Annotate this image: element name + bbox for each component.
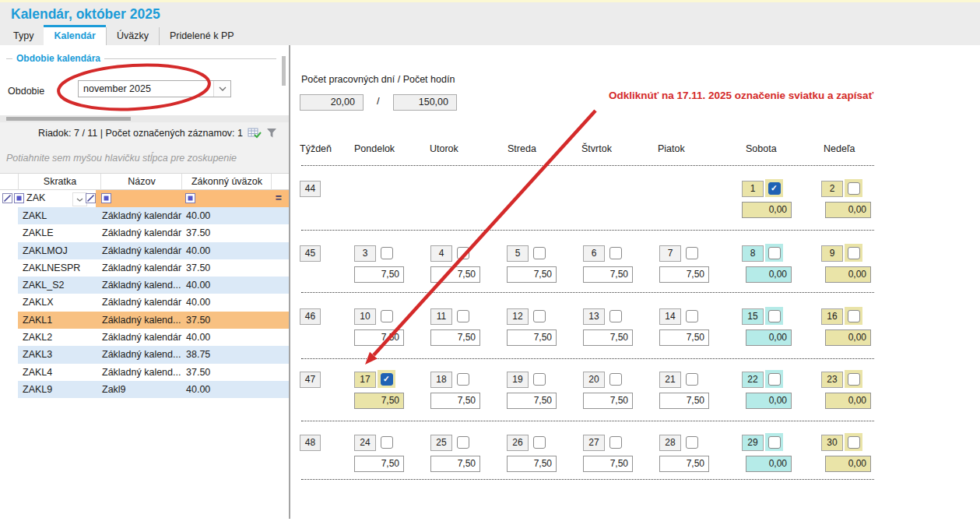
hours-input[interactable]: 7,50 <box>583 456 633 472</box>
day-number: 23 <box>821 372 843 388</box>
table-check-icon[interactable] <box>248 127 262 139</box>
holiday-checkbox[interactable] <box>606 370 624 388</box>
holiday-checkbox[interactable] <box>454 244 472 262</box>
hours-input[interactable]: 7,50 <box>659 329 709 346</box>
hours-input[interactable]: 7,50 <box>583 266 633 283</box>
hours-input[interactable]: 7,50 <box>583 393 633 409</box>
hours-input[interactable]: 7,50 <box>354 266 404 283</box>
hours-input[interactable]: 7,50 <box>507 456 557 472</box>
splitter-grip[interactable] <box>282 56 286 86</box>
column-header-nazov[interactable]: Názov <box>100 174 182 190</box>
tab-typy[interactable]: Typy <box>3 27 44 45</box>
table-row[interactable]: ZAKL4Základný kalend...37.50 <box>18 364 289 381</box>
holiday-checkbox[interactable] <box>845 370 862 388</box>
holiday-checkbox[interactable] <box>765 307 783 325</box>
cell-uvazok: 37.50 <box>186 364 210 381</box>
table-row[interactable]: ZAKLMOJZákladný kalendár40.00 <box>18 242 289 259</box>
tab-pridelen-k-pp[interactable]: Pridelené k PP <box>159 27 244 45</box>
hours-input[interactable]: 7,50 <box>430 266 480 283</box>
column-header-skratka[interactable]: Skratka <box>18 174 101 190</box>
holiday-checkbox[interactable] <box>765 370 783 388</box>
filter-checkbox-icon[interactable] <box>185 193 195 203</box>
holiday-checkbox[interactable] <box>845 433 862 451</box>
filter-value[interactable]: ZAK <box>26 192 45 203</box>
column-header-uvazok[interactable]: Zákonný úväzok <box>181 174 272 190</box>
hours-input[interactable]: 7,50 <box>583 329 633 346</box>
hours-input[interactable]: 0,00 <box>825 266 871 283</box>
hours-input[interactable]: 0,00 <box>746 266 792 283</box>
checkbox-unchecked-icon <box>381 436 393 449</box>
day-number: 5 <box>507 245 529 262</box>
holiday-checkbox[interactable] <box>530 307 548 325</box>
hours-input[interactable]: 7,50 <box>430 456 480 472</box>
hours-input[interactable]: 7,50 <box>507 393 557 409</box>
hours-input[interactable]: 7,50 <box>354 329 404 346</box>
holiday-checkbox[interactable] <box>765 244 783 262</box>
holiday-checkbox[interactable] <box>683 433 701 451</box>
table-row[interactable]: ZAKL9Zakl940.00 <box>18 381 289 398</box>
holiday-checkbox[interactable] <box>765 179 783 197</box>
hours-input[interactable]: 0,00 <box>825 393 871 409</box>
table-row[interactable]: ZAKLXZákladný kalendár40.00 <box>18 294 289 311</box>
table-row[interactable]: ZAKL_S2Základný kalend...40.00 <box>18 277 289 294</box>
filter-edit-icon[interactable] <box>86 193 96 203</box>
workdays-field[interactable]: 20,00 <box>300 94 364 111</box>
hours-input[interactable]: 0,00 <box>746 393 792 409</box>
holiday-checkbox[interactable] <box>845 179 862 197</box>
holiday-checkbox[interactable] <box>683 370 701 388</box>
combo-dropdown-button[interactable] <box>213 81 230 97</box>
holiday-checkbox[interactable] <box>378 433 395 451</box>
holiday-checkbox[interactable] <box>530 244 548 262</box>
checkbox-unchecked-icon <box>457 436 469 449</box>
hours-input[interactable]: 7,50 <box>430 393 480 409</box>
horizontal-splitter[interactable] <box>0 115 289 122</box>
hours-input[interactable]: 7,50 <box>354 456 404 472</box>
holiday-checkbox[interactable] <box>378 307 395 325</box>
holiday-checkbox[interactable] <box>530 370 548 388</box>
hours-input[interactable]: 7,50 <box>507 266 557 283</box>
holiday-checkbox[interactable] <box>454 433 472 451</box>
holiday-checkbox[interactable] <box>606 433 624 451</box>
holiday-checkbox[interactable] <box>765 433 783 451</box>
day-cell: 90,00 <box>821 245 930 284</box>
filter-checkbox-icon[interactable] <box>14 193 24 203</box>
day-cell: 20,00 <box>821 181 930 220</box>
table-row[interactable]: ZAKLEZákladný kalendár37.50 <box>18 224 289 241</box>
holiday-checkbox[interactable] <box>378 244 395 262</box>
tab--v-zky[interactable]: Úväzky <box>106 27 159 45</box>
hours-input[interactable]: 7,50 <box>354 393 404 409</box>
holiday-checkbox[interactable] <box>845 307 862 325</box>
table-row[interactable]: ZAKLNESPRZákladný kalendár37.50 <box>18 259 289 277</box>
table-row[interactable]: ZAKL1Základný kalend...37.50 <box>18 312 289 329</box>
filter-icon[interactable] <box>266 128 278 139</box>
holiday-checkbox[interactable] <box>530 433 548 451</box>
holiday-checkbox[interactable] <box>454 370 472 388</box>
hours-input[interactable]: 0,00 <box>825 202 871 218</box>
filter-edit-icon[interactable] <box>2 193 12 203</box>
holiday-checkbox[interactable] <box>683 307 701 325</box>
filter-checkbox-icon[interactable] <box>101 193 111 203</box>
hours-input[interactable]: 0,00 <box>746 456 792 472</box>
hours-input[interactable]: 7,50 <box>659 266 709 283</box>
hours-input[interactable]: 0,00 <box>746 329 792 346</box>
hours-input[interactable]: 0,00 <box>742 202 792 218</box>
filter-operator-icon[interactable]: = <box>276 192 282 204</box>
holiday-checkbox[interactable] <box>378 370 395 388</box>
table-row[interactable]: ZAKLZákladný kalendár40.00 <box>18 207 289 224</box>
holiday-checkbox[interactable] <box>606 307 624 325</box>
hours-input[interactable]: 7,50 <box>430 329 480 346</box>
tab-kalend-r[interactable]: Kalendár <box>44 25 106 45</box>
hours-input[interactable]: 7,50 <box>507 329 557 346</box>
hours-input[interactable]: 0,00 <box>825 456 871 472</box>
table-row[interactable]: ZAKL3Základný kalend...38.75 <box>18 346 289 363</box>
holiday-checkbox[interactable] <box>454 307 472 325</box>
hours-input[interactable]: 7,50 <box>659 456 709 472</box>
hours-input[interactable]: 7,50 <box>659 393 709 409</box>
hours-field[interactable]: 150,00 <box>393 94 457 111</box>
holiday-checkbox[interactable] <box>683 244 701 262</box>
holiday-checkbox[interactable] <box>606 244 624 262</box>
holiday-checkbox[interactable] <box>845 244 862 262</box>
table-row[interactable]: ZAKL2Základný kalendár40.00 <box>18 329 289 346</box>
period-combobox[interactable]: november 2025 <box>78 80 231 97</box>
hours-input[interactable]: 0,00 <box>825 329 871 346</box>
